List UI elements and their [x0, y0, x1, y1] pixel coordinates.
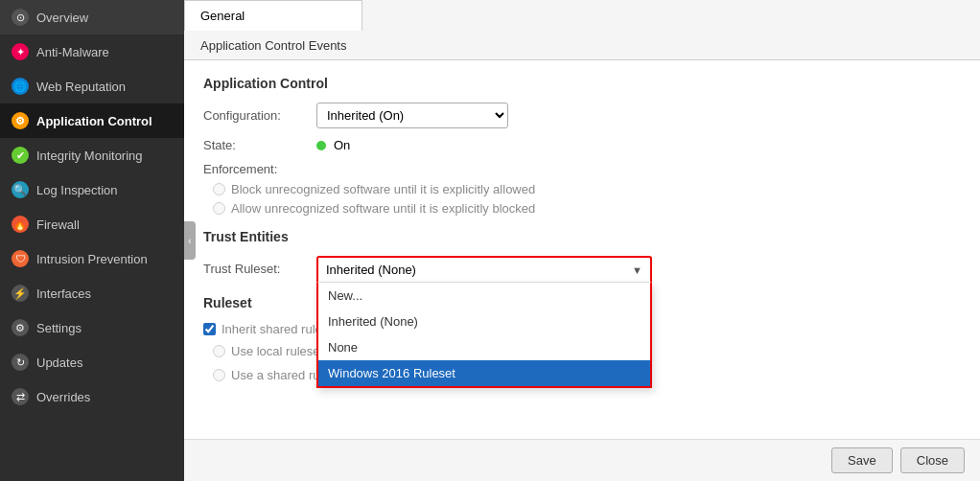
content-area: Application Control Configuration: Inher… — [184, 60, 980, 439]
trust-ruleset-label: Trust Ruleset: — [203, 262, 309, 276]
main-content: GeneralApplication Control Events Applic… — [184, 0, 980, 481]
sidebar-label-intrusion-prevention: Intrusion Prevention — [36, 252, 148, 266]
enforcement-section: Enforcement: Block unrecognized software… — [203, 162, 961, 216]
state-label: State: — [203, 138, 309, 152]
dropdown-option-none[interactable]: None — [318, 334, 650, 360]
sidebar-collapse-handle[interactable]: ‹ — [184, 221, 196, 260]
sidebar-label-web-reputation: Web Reputation — [36, 80, 126, 94]
sidebar-label-overrides: Overrides — [36, 390, 90, 404]
dropdown-option-inherited-none[interactable]: Inherited (None) — [318, 309, 650, 334]
sidebar-label-firewall: Firewall — [36, 218, 80, 232]
intrusion-icon: 🛡 — [12, 250, 29, 267]
inherit-checkbox[interactable] — [203, 323, 216, 335]
radio-allow-row: Allow unrecognized software until it is … — [203, 201, 961, 216]
overrides-icon: ⇄ — [12, 388, 29, 405]
sidebar-label-integrity-monitoring: Integrity Monitoring — [36, 149, 143, 163]
radio-block-text: Block unrecognized software until it is … — [231, 182, 535, 196]
sidebar-item-intrusion-prevention[interactable]: 🛡 Intrusion Prevention — [0, 241, 184, 276]
sidebar-label-log-inspection: Log Inspection — [36, 183, 118, 197]
sidebar-label-updates: Updates — [36, 355, 82, 370]
sidebar-item-firewall[interactable]: 🔥 Firewall — [0, 207, 184, 241]
sidebar-item-anti-malware[interactable]: ✦ Anti-Malware — [0, 34, 184, 69]
state-row: State: On — [203, 138, 961, 152]
close-button[interactable]: Close — [900, 447, 965, 473]
tab-bar: GeneralApplication Control Events — [184, 0, 980, 60]
state-indicator — [316, 141, 326, 150]
loginspect-icon: 🔍 — [12, 181, 29, 198]
sidebar-label-overview: Overview — [36, 11, 88, 25]
trust-ruleset-row: Trust Ruleset: Inherited (None) ▼ New...… — [203, 256, 961, 282]
sidebar-label-interfaces: Interfaces — [36, 286, 91, 301]
enforcement-label: Enforcement: — [203, 162, 309, 176]
trust-ruleset-trigger[interactable]: Inherited (None) ▼ — [316, 256, 652, 282]
configuration-label: Configuration: — [203, 108, 309, 123]
sidebar-item-web-reputation[interactable]: 🌐 Web Reputation — [0, 69, 184, 103]
interfaces-icon: ⚡ — [12, 285, 29, 302]
settings-icon: ⚙ — [12, 319, 29, 336]
sidebar-item-integrity-monitoring[interactable]: ✔ Integrity Monitoring — [0, 138, 184, 172]
trust-ruleset-dropdown[interactable]: Inherited (None) ▼ New...Inherited (None… — [316, 256, 652, 282]
sidebar-item-settings[interactable]: ⚙ Settings — [0, 310, 184, 345]
sidebar-label-settings: Settings — [36, 321, 82, 335]
radio-allow-text: Allow unrecognized software until it is … — [231, 201, 535, 216]
webrep-icon: 🌐 — [12, 78, 29, 95]
appcontrol-icon: ⚙ — [12, 112, 29, 129]
sidebar-label-application-control: Application Control — [36, 114, 152, 128]
sidebar-item-overview[interactable]: ⊙ Overview — [0, 0, 184, 34]
radio-block-row: Block unrecognized software until it is … — [203, 182, 961, 196]
save-button[interactable]: Save — [831, 447, 893, 473]
trust-ruleset-value: Inherited (None) — [326, 263, 416, 277]
antimalware-icon: ✦ — [12, 43, 29, 60]
tab-general[interactable]: General — [184, 0, 362, 31]
dropdown-option-windows-2016[interactable]: Windows 2016 Ruleset — [318, 360, 650, 386]
sidebar-item-interfaces[interactable]: ⚡ Interfaces — [0, 276, 184, 310]
radio-local-ruleset[interactable] — [213, 345, 225, 357]
sidebar-label-anti-malware: Anti-Malware — [36, 45, 109, 59]
trust-ruleset-list: New...Inherited (None)NoneWindows 2016 R… — [316, 282, 652, 388]
dropdown-arrow-icon: ▼ — [632, 264, 642, 276]
radio-block[interactable] — [213, 183, 225, 195]
radio-shared-ruleset[interactable] — [213, 369, 225, 381]
overview-icon: ⊙ — [12, 9, 29, 26]
firewall-icon: 🔥 — [12, 216, 29, 233]
configuration-row: Configuration: Inherited (On) — [203, 103, 961, 128]
sidebar-item-application-control[interactable]: ⚙ Application Control — [0, 103, 184, 138]
sidebar-item-overrides[interactable]: ⇄ Overrides — [0, 379, 184, 414]
dropdown-option-new[interactable]: New... — [318, 283, 650, 309]
app-control-section-title: Application Control — [203, 76, 961, 91]
sidebar-item-log-inspection[interactable]: 🔍 Log Inspection — [0, 172, 184, 207]
updates-icon: ↻ — [12, 354, 29, 371]
integrity-icon: ✔ — [12, 147, 29, 164]
sidebar-item-updates[interactable]: ↻ Updates — [0, 345, 184, 379]
trust-entities-title: Trust Entities — [203, 229, 961, 244]
radio-allow[interactable] — [213, 202, 225, 215]
sidebar: ⊙ Overview ✦ Anti-Malware 🌐 Web Reputati… — [0, 0, 184, 481]
footer: Save Close — [184, 439, 980, 481]
trust-entities-section: Trust Entities Trust Ruleset: Inherited … — [203, 229, 961, 282]
state-value: On — [334, 138, 350, 152]
configuration-select[interactable]: Inherited (On) — [316, 103, 508, 128]
tab-app-control-events[interactable]: Application Control Events — [184, 30, 362, 60]
